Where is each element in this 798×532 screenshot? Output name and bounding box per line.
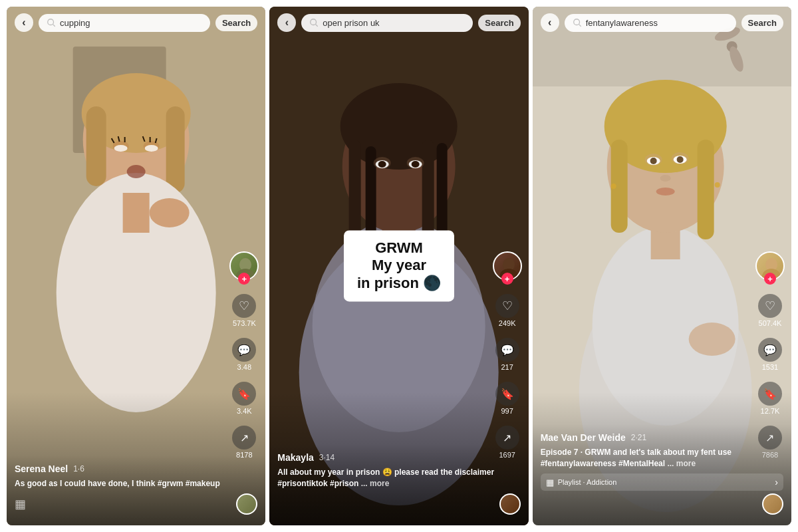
panel1-figure [7,7,265,525]
follow-plus-3[interactable]: + [764,273,776,285]
bookmark-icon-1: 🔖 [232,382,256,406]
svg-point-12 [145,145,158,152]
like-button-1[interactable]: ♡ 573.7K [232,294,256,327]
svg-point-40 [412,161,420,168]
comment-button-1[interactable]: 💬 3.48 [232,338,256,371]
svg-line-72 [579,25,581,27]
svg-point-68 [656,188,674,196]
svg-point-66 [676,156,683,163]
comment-count-1: 3.48 [237,363,251,371]
comment-icon-2: 💬 [495,338,519,362]
username-3: Mae Van Der Weide [541,432,626,443]
comment-button-2[interactable]: 💬 217 [495,338,519,371]
share-button-1[interactable]: ↗ 8178 [232,426,256,459]
svg-point-21 [48,19,54,25]
creator-avatar-1[interactable]: + [229,251,259,281]
bottom-avatar-2[interactable] [499,493,521,515]
svg-rect-4 [86,106,106,186]
bookmark-button-1[interactable]: 🔖 3.4K [232,382,256,415]
svg-rect-33 [422,140,434,243]
svg-point-8 [150,198,190,227]
comment-icon-3: 💬 [758,338,782,362]
back-button-1[interactable]: ‹ [15,13,33,32]
share-icon-1: ↗ [232,426,256,450]
svg-rect-34 [437,143,448,239]
search-icon-1 [47,18,56,27]
bookmark-count-1: 3.4K [237,407,252,415]
bottom-avatar-3[interactable] [762,493,783,515]
follow-plus-1[interactable]: + [238,273,250,285]
search-icon-3 [573,18,582,27]
svg-point-43 [311,19,317,25]
svg-line-22 [53,25,55,27]
search-icon-2 [309,18,319,27]
user-info-3: Mae Van Der Weide 2·21 [541,432,783,443]
action-bar-1: + ♡ 573.7K 💬 3.48 🔖 3.4K ↗ 8178 [229,251,259,459]
creator-avatar-3[interactable]: + [755,251,785,281]
bottom-info-2: Makayla 3·14 All about my year in prison… [269,444,528,525]
caption-1: As good as I could have done, I think #g… [15,478,257,489]
svg-point-60 [714,182,720,188]
search-input-wrap-2[interactable]: open prison uk [301,14,473,32]
follow-plus-2[interactable]: + [501,273,513,285]
date-3: 2·21 [631,433,646,442]
back-button-2[interactable]: ‹ [277,13,296,32]
like-count-3: 507.4K [759,319,782,327]
svg-rect-7 [123,193,150,233]
username-1: Serena Neel [15,464,68,474]
svg-point-39 [378,161,386,168]
caption-icon-1: ▦ [15,497,26,511]
playlist-label: Playlist · Addiction [558,478,771,486]
bookmark-icon-2: 🔖 [495,382,519,406]
bookmark-button-2[interactable]: 🔖 997 [495,382,519,415]
overlay-text-content-2: GRWM My year in prison 🌑 [357,239,441,292]
like-count-2: 249K [499,319,516,327]
heart-icon-3: ♡ [758,294,782,318]
date-1: 1·6 [73,464,84,473]
svg-point-69 [688,323,735,356]
caption-3: Episode 7 · GRWM and let's talk about my… [541,447,783,469]
overlay-text-2: GRWM My year in prison 🌑 [344,230,454,301]
username-2: Makayla [277,452,313,463]
search-query-3: fentanylawareness [586,18,728,28]
svg-point-11 [114,145,128,152]
heart-icon-1: ♡ [232,294,256,318]
svg-rect-5 [166,106,185,193]
search-button-1[interactable]: Search [215,15,257,31]
search-query-1: cupping [60,18,202,28]
search-query-2: open prison uk [323,18,465,28]
bottom-info-3: Mae Van Der Weide 2·21 Episode 7 · GRWM … [533,424,791,525]
search-input-wrap-1[interactable]: cupping [39,14,210,32]
app-container: ‹ cupping Search + [0,0,798,532]
comment-button-3[interactable]: 💬 1531 [758,338,782,371]
search-input-wrap-3[interactable]: fentanylawareness [565,14,736,32]
search-button-2[interactable]: Search [478,15,520,31]
svg-line-44 [316,25,318,27]
comment-icon-1: 💬 [232,338,256,362]
back-button-3[interactable]: ‹ [541,13,559,32]
svg-point-71 [573,19,579,25]
comment-count-3: 1531 [762,363,778,371]
search-bar-2: ‹ open prison uk Search [269,7,528,39]
bookmark-button-3[interactable]: 🔖 12.7K [758,382,782,415]
bottom-info-1: Serena Neel 1·6 As good as I could have … [7,456,265,525]
svg-rect-58 [697,140,714,239]
svg-point-59 [610,184,616,189]
like-button-3[interactable]: ♡ 507.4K [758,294,782,327]
caption-2: All about my year in prison 😩 please rea… [277,467,520,489]
like-button-2[interactable]: ♡ 249K [495,294,519,327]
search-bar-1: ‹ cupping Search [7,7,265,39]
search-button-3[interactable]: Search [741,15,783,31]
video-panel-2: ‹ open prison uk Search GRWM My year in … [269,7,528,525]
svg-point-13 [127,165,146,178]
date-2: 3·14 [319,453,334,462]
creator-avatar-2[interactable]: + [493,251,522,281]
bookmark-icon-3: 🔖 [758,382,782,406]
bottom-avatar-1[interactable] [236,493,257,515]
svg-point-65 [650,158,656,164]
svg-point-67 [660,175,670,182]
panel1-background [7,7,265,525]
like-count-1: 573.7K [233,319,256,327]
heart-icon-2: ♡ [495,294,519,318]
video-panel-1: ‹ cupping Search + [7,7,265,525]
